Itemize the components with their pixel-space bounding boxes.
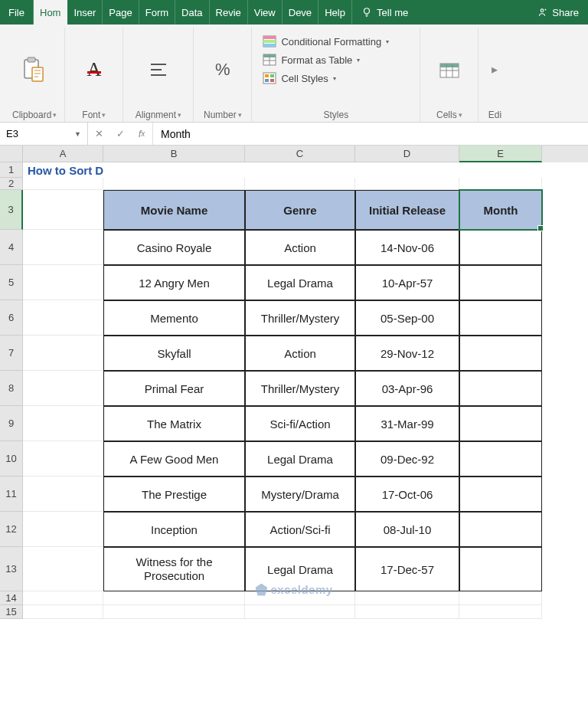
cell-styles-button[interactable]: Cell Styles ▾ [260, 70, 412, 86]
font-icon[interactable]: A [80, 56, 108, 84]
table-cell[interactable] [459, 547, 542, 591]
table-cell[interactable]: Thriller/Mystery [245, 300, 355, 336]
table-cell[interactable] [459, 371, 542, 406]
table-cell[interactable]: The Prestige [103, 477, 245, 512]
tab-help[interactable]: Help [318, 0, 352, 25]
table-cell[interactable]: 08-Jul-10 [355, 512, 459, 547]
table-cell[interactable] [459, 477, 542, 512]
table-cell[interactable]: Casino Royale [103, 230, 245, 265]
sheet-title[interactable]: How to Sort Dates in Excel by Month [23, 162, 103, 178]
alignment-icon[interactable] [145, 56, 172, 84]
conditional-formatting-button[interactable]: Conditional Formatting ▾ [260, 34, 412, 49]
table-cell[interactable]: 03-Apr-96 [355, 371, 459, 406]
row-header[interactable]: 1 [0, 162, 23, 178]
tab-formulas[interactable]: Form [139, 0, 175, 25]
table-cell[interactable]: 05-Sep-00 [355, 300, 459, 336]
table-cell[interactable]: Witness for the Prosecution [103, 547, 245, 591]
table-cell[interactable]: 31-Mar-99 [355, 406, 459, 441]
table-cell[interactable]: The Matrix [103, 406, 245, 441]
number-icon[interactable]: % [209, 56, 237, 84]
tab-developer[interactable]: Deve [283, 0, 318, 25]
table-cell[interactable] [459, 230, 542, 265]
table-cell[interactable]: A Few Good Men [103, 441, 245, 477]
formula-input[interactable]: Month [153, 123, 588, 145]
table-cell[interactable]: Action [245, 336, 355, 371]
share-button[interactable]: Share [528, 0, 588, 25]
table-cell[interactable] [459, 336, 542, 371]
format-as-table-button[interactable]: Format as Table ▾ [260, 52, 412, 67]
table-cell[interactable]: 17-Dec-57 [355, 547, 459, 591]
table-header[interactable]: Initial Release [355, 190, 459, 230]
row-header[interactable]: 2 [0, 178, 23, 190]
dropdown-icon[interactable]: ▾ [178, 111, 181, 119]
fx-button[interactable]: fx [131, 128, 152, 139]
chevron-right-icon[interactable]: ▸ [492, 62, 498, 77]
dropdown-icon[interactable]: ▾ [102, 111, 106, 119]
column-header-e[interactable]: E [459, 146, 542, 162]
tab-view[interactable]: View [248, 0, 283, 25]
row-header[interactable]: 4 [0, 230, 23, 265]
share-icon [537, 7, 547, 18]
column-header-d[interactable]: D [355, 146, 459, 162]
dropdown-icon[interactable]: ▼ [74, 130, 81, 138]
table-cell[interactable]: Action [245, 230, 355, 265]
table-cell[interactable] [459, 300, 542, 336]
cancel-formula-button[interactable]: ✕ [88, 128, 109, 139]
table-cell[interactable]: 10-Apr-57 [355, 265, 459, 300]
table-cell[interactable]: 09-Dec-92 [355, 441, 459, 477]
column-header-c[interactable]: C [245, 146, 355, 162]
table-cell[interactable]: Legal Drama [245, 441, 355, 477]
row-header[interactable]: 11 [0, 477, 23, 512]
tab-file[interactable]: File [0, 0, 34, 25]
select-all-button[interactable] [0, 146, 23, 162]
table-cell[interactable]: 17-Oct-06 [355, 477, 459, 512]
tell-me-search[interactable]: Tell me [352, 0, 417, 25]
dropdown-icon[interactable]: ▾ [53, 111, 57, 119]
cells-icon[interactable] [436, 56, 463, 84]
table-cell[interactable]: Thriller/Mystery [245, 371, 355, 406]
column-header-b[interactable]: B [103, 146, 245, 162]
table-cell[interactable] [459, 441, 542, 477]
table-cell[interactable]: Legal Drama [245, 547, 355, 591]
table-cell[interactable]: 12 Angry Men [103, 265, 245, 300]
row-header[interactable]: 9 [0, 406, 23, 441]
table-cell[interactable]: Skyfall [103, 336, 245, 371]
tab-insert[interactable]: Inser [67, 0, 103, 25]
row-header[interactable]: 10 [0, 441, 23, 477]
row-header[interactable]: 7 [0, 336, 23, 371]
tab-home[interactable]: Hom [34, 0, 67, 25]
row-header[interactable]: 15 [0, 605, 23, 619]
active-cell[interactable]: Month [459, 190, 542, 230]
table-cell[interactable] [459, 512, 542, 547]
paste-icon[interactable] [21, 56, 48, 84]
table-header[interactable]: Movie Name [103, 190, 245, 230]
row-header[interactable]: 13 [0, 547, 23, 591]
table-cell[interactable]: Memento [103, 300, 245, 336]
table-cell[interactable] [459, 265, 542, 300]
table-cell[interactable]: Mystery/Drama [245, 477, 355, 512]
row-header[interactable]: 3 [0, 190, 23, 230]
row-header[interactable]: 6 [0, 300, 23, 336]
table-cell[interactable]: 29-Nov-12 [355, 336, 459, 371]
table-cell[interactable]: Sci-fi/Action [245, 406, 355, 441]
row-header[interactable]: 5 [0, 265, 23, 300]
row-header[interactable]: 12 [0, 512, 23, 547]
accept-formula-button[interactable]: ✓ [109, 128, 131, 139]
tab-page-layout[interactable]: Page [103, 0, 139, 25]
row-header[interactable]: 8 [0, 371, 23, 406]
row-header[interactable]: 14 [0, 591, 23, 605]
dropdown-icon[interactable]: ▾ [459, 111, 462, 119]
name-box[interactable]: E3 ▼ [0, 123, 88, 145]
column-header-a[interactable]: A [23, 146, 103, 162]
table-cell[interactable]: Inception [103, 512, 245, 547]
tab-review[interactable]: Revie [210, 0, 248, 25]
table-cell[interactable]: Primal Fear [103, 371, 245, 406]
tab-data[interactable]: Data [175, 0, 209, 25]
dropdown-icon: ▾ [333, 75, 336, 82]
table-cell[interactable]: 14-Nov-06 [355, 230, 459, 265]
dropdown-icon[interactable]: ▾ [238, 111, 242, 119]
table-header[interactable]: Genre [245, 190, 355, 230]
table-cell[interactable]: Legal Drama [245, 265, 355, 300]
table-cell[interactable]: Action/Sci-fi [245, 512, 355, 547]
table-cell[interactable] [459, 406, 542, 441]
